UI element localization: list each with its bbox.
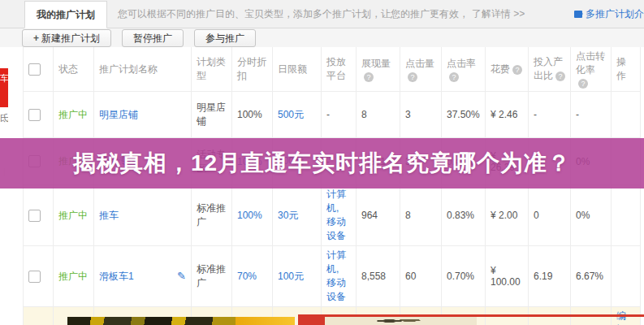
platform-cell[interactable]: 计算机, 移动设备: [322, 246, 357, 307]
status-cell: 推广中: [54, 246, 94, 307]
column-header-label: 分时折扣: [237, 56, 266, 81]
plan-name-link[interactable]: 滑板车1: [99, 271, 134, 282]
thumbnail-camo: [67, 317, 236, 325]
column-header: 状态: [54, 47, 94, 92]
info-icon[interactable]: ?: [449, 72, 459, 82]
row-checkbox[interactable]: [28, 210, 41, 222]
plan-type-cell: 明星店铺: [192, 92, 232, 138]
plus-icon: +: [33, 32, 39, 44]
row-checkbox-cell: [24, 246, 54, 307]
ctr-cell: 0.70%: [442, 246, 486, 307]
pause-campaign-button[interactable]: 暂停推广: [122, 29, 184, 47]
learn-more-link[interactable]: 了解详情 >>: [472, 7, 525, 21]
plan-name-cell: 滑板车1✎: [94, 246, 192, 307]
status-cell: 推广中: [54, 185, 94, 246]
column-header-label: 推广计划名称: [99, 63, 158, 75]
cvr-cell: -: [571, 92, 612, 138]
column-header: 日限额: [273, 47, 322, 92]
tab-my-campaigns[interactable]: 我的推广计划: [24, 1, 107, 28]
info-icon[interactable]: ?: [364, 72, 374, 82]
column-header: 花费?: [486, 47, 529, 92]
select-all-checkbox[interactable]: [28, 63, 41, 76]
clicks-cell: 60: [400, 246, 442, 307]
plan-name-cell: 推车: [94, 185, 192, 246]
column-header: 点击量?: [400, 47, 442, 92]
tab-bar: 我的推广计划 您可以根据不同的推广目的、宝贝类型，添加多个推广计划，让您的推广更…: [0, 0, 644, 28]
roi-cell: -: [529, 92, 571, 138]
edge-gray-fragment: 氐: [0, 112, 8, 124]
cvr-cell: 0%: [571, 185, 612, 246]
column-header-label: 点击量: [405, 58, 434, 69]
platform-cell: -: [322, 92, 357, 138]
thumbnail-yellow: [236, 317, 295, 325]
plan-type-cell: 标准推广: [192, 246, 232, 307]
discount-cell[interactable]: 70%: [232, 246, 273, 307]
column-header-label: 点击转化率: [576, 50, 605, 76]
column-header: 点击率?: [442, 47, 486, 92]
column-header: 推广计划名称: [94, 47, 192, 92]
toolbar: +新建推广计划 暂停推广 参与推广: [0, 28, 644, 47]
column-header-label: 点击率: [447, 58, 476, 69]
video-link-label: 多推广计划介: [586, 7, 644, 21]
plan-row: 推广中滑板车1✎标准推广70%100元计算机, 移动设备8,558600.70%…: [24, 246, 641, 307]
join-label: 参与推广: [205, 32, 244, 44]
operation-link[interactable]: 编辑: [616, 310, 635, 325]
column-header-label: 投放平台: [326, 56, 346, 81]
plan-row: 推广中明星店铺明星店铺100%500元-8337.50%¥ 2.46--: [24, 92, 641, 138]
daily-limit-cell[interactable]: 100元: [273, 246, 322, 307]
status-cell: 推广中: [54, 92, 94, 138]
cost-cell: ¥ 100.00: [486, 246, 529, 307]
plan-name-link[interactable]: 推车: [99, 210, 119, 221]
column-header: [24, 47, 54, 92]
new-campaign-button[interactable]: +新建推广计划: [22, 29, 111, 47]
column-header-label: 状态: [58, 63, 78, 75]
cost-cell: ¥ 2.46: [486, 92, 529, 138]
operations-cell: [612, 92, 641, 138]
headline-text: 揭秘真相，12月直通车实时排名究竟哪个为准？: [73, 148, 571, 179]
row-checkbox-cell: [24, 307, 54, 325]
column-header: 计划类型: [192, 47, 232, 92]
app-window: 我的推广计划 您可以根据不同的推广目的、宝贝类型，添加多个推广计划，让您的推广更…: [0, 0, 644, 325]
platform-cell[interactable]: 计算机, 移动设备: [322, 185, 357, 246]
edit-pencil-icon[interactable]: ✎: [177, 270, 186, 282]
discount-cell[interactable]: 100%: [232, 185, 273, 246]
clicks-cell: 3: [400, 92, 442, 138]
ctr-cell: 37.50%: [442, 92, 486, 138]
impressions-cell: 8,558: [357, 246, 400, 307]
info-icon[interactable]: ?: [408, 72, 417, 82]
plan-name-link[interactable]: 明星店铺: [99, 109, 138, 120]
column-header: 展现量?: [357, 47, 400, 92]
column-header-label: 展现量: [361, 58, 391, 69]
info-icon[interactable]: ?: [512, 65, 522, 75]
column-header-label: 计划类型: [197, 56, 226, 81]
column-header: 投放平台: [322, 47, 357, 92]
column-header: 分时折扣: [232, 47, 273, 92]
info-icon[interactable]: ?: [578, 79, 588, 89]
plan-type-cell: 标准推广: [192, 185, 232, 246]
daily-limit-cell[interactable]: 30元: [273, 185, 322, 246]
impressions-cell: 964: [357, 185, 400, 246]
operations-cell: [612, 246, 641, 307]
join-campaign-button[interactable]: 参与推广: [194, 29, 256, 47]
plan-name-cell: 明星店铺: [94, 92, 192, 138]
row-checkbox-cell: [24, 185, 54, 246]
info-icon[interactable]: ?: [555, 72, 565, 81]
pause-label: 暂停推广: [133, 32, 172, 44]
column-header: 点击转化率?: [571, 47, 612, 92]
video-icon: [574, 11, 582, 18]
table-header-row: 状态推广计划名称计划类型分时折扣日限额投放平台展现量?点击量?点击率?花费?投入…: [24, 47, 641, 92]
tab-hint-text: 您可以根据不同的推广目的、宝贝类型，添加多个推广计划，让您的推广更有效，: [118, 7, 469, 21]
column-header-label: 花费: [491, 63, 510, 75]
multi-plan-intro-link[interactable]: 多推广计划介: [574, 0, 644, 28]
roi-cell: 6.19: [529, 246, 571, 307]
daily-limit-cell[interactable]: 500元: [273, 92, 322, 138]
impressions-cell: 8: [357, 92, 400, 138]
discount-cell: 100%: [232, 92, 273, 138]
plan-row: 推广中推车标准推广100%30元计算机, 移动设备96480.83%¥ 2.00…: [24, 185, 641, 246]
column-header: 操作: [612, 47, 641, 92]
row-checkbox[interactable]: [28, 109, 41, 121]
operations-cell: [612, 185, 641, 246]
column-header-label: 日限额: [278, 63, 307, 75]
column-header-label: 操作: [616, 56, 626, 81]
row-checkbox[interactable]: [28, 271, 41, 283]
